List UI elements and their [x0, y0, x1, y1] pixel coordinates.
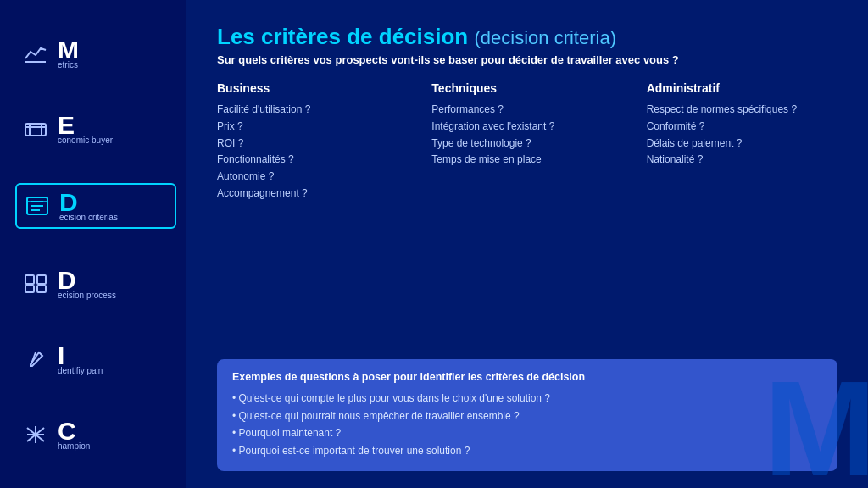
- col-item-tech-4: Temps de mise en place: [431, 152, 622, 169]
- svg-rect-11: [37, 275, 46, 284]
- examples-box: Exemples de questions à poser pour ident…: [217, 359, 837, 471]
- chart-icon: [22, 42, 49, 65]
- svg-rect-12: [25, 286, 34, 292]
- sidebar-label-metrics: etrics: [58, 61, 78, 69]
- column-administratif: Administratif Respect de normes spécifiq…: [647, 81, 837, 202]
- page-title-paren: (decision criteria): [474, 27, 616, 48]
- dollar-icon: [22, 117, 49, 141]
- sidebar-item-decision-criterias[interactable]: D ecision criterias: [15, 183, 176, 229]
- pencil-icon: [22, 347, 49, 371]
- sidebar-item-champion[interactable]: C hampion: [15, 413, 176, 456]
- sidebar-item-economic-buyer[interactable]: E conomic buyer: [15, 108, 176, 150]
- sidebar-letter-decision-criterias: D: [59, 190, 78, 215]
- sidebar-item-decision-process[interactable]: D ecision process: [15, 263, 176, 305]
- col-item-business-4: Fonctionnalités ?: [217, 152, 408, 169]
- column-business: Business Facilité d'utilisation ? Prix ?…: [217, 81, 408, 202]
- col-title-techniques: Techniques: [431, 81, 622, 95]
- list-icon: [24, 194, 51, 218]
- column-techniques: Techniques Performances ? Intégration av…: [431, 81, 622, 202]
- sidebar-label-economic: conomic buyer: [58, 136, 113, 145]
- col-item-tech-1: Performances ?: [431, 102, 622, 119]
- page-subtitle: Sur quels critères vos prospects vont-il…: [217, 53, 837, 66]
- sidebar-letter-economic: E: [58, 113, 75, 138]
- examples-box-item-1: • Qu'est-ce qui compte le plus pour vous…: [232, 390, 822, 407]
- grid-icon: [22, 272, 49, 296]
- sidebar-label-champion: hampion: [58, 442, 90, 451]
- sidebar: M etrics E conomic buyer: [0, 0, 186, 488]
- sidebar-letter-identify: I: [58, 343, 64, 369]
- svg-rect-10: [25, 275, 34, 284]
- criteria-columns: Business Facilité d'utilisation ? Prix ?…: [217, 81, 837, 202]
- sidebar-letter-champion: C: [58, 419, 76, 444]
- svg-rect-9: [27, 197, 47, 202]
- col-title-business: Business: [217, 81, 408, 95]
- examples-box-item-2: • Qu'est-ce qui pourrait nous empêcher d…: [232, 408, 822, 424]
- sidebar-item-metrics[interactable]: M etrics: [15, 32, 176, 75]
- sidebar-label-identify: dentifiy pain: [58, 367, 103, 375]
- col-item-admin-2: Conformité ?: [647, 119, 837, 136]
- sidebar-item-identify-pain[interactable]: I dentifiy pain: [15, 338, 176, 380]
- col-item-admin-4: Nationalité ?: [647, 152, 837, 169]
- col-item-business-6: Accompagnement ?: [217, 186, 408, 202]
- col-item-business-2: Prix ?: [217, 119, 408, 136]
- col-item-business-5: Autonomie ?: [217, 169, 408, 186]
- svg-rect-13: [37, 286, 46, 292]
- sidebar-letter-metrics: M: [58, 37, 79, 63]
- page-title-text: Les critères de décision: [217, 24, 468, 49]
- examples-box-item-3: • Pourquoi maintenant ?: [232, 424, 822, 441]
- col-title-admin: Administratif: [647, 81, 837, 95]
- main-content: Les critères de décision (decision crite…: [186, 0, 868, 488]
- examples-box-item-4: • Pourquoi est-ce important de trouver u…: [232, 442, 822, 459]
- col-item-tech-3: Type de technologie ?: [431, 136, 622, 152]
- col-item-admin-1: Respect de normes spécifiques ?: [647, 102, 837, 119]
- sidebar-label-decision-process: ecision process: [58, 291, 116, 300]
- col-item-tech-2: Intégration avec l'existant ?: [431, 119, 622, 136]
- cross-icon: [22, 423, 49, 446]
- sidebar-letter-decision-process: D: [58, 268, 76, 293]
- col-item-business-3: ROI ?: [217, 136, 408, 152]
- svg-rect-1: [25, 124, 46, 136]
- page-title: Les critères de décision (decision crite…: [217, 24, 837, 50]
- col-item-admin-3: Délais de paiement ?: [647, 136, 837, 152]
- examples-box-title: Exemples de questions à poser pour ident…: [232, 371, 822, 383]
- col-item-business-1: Facilité d'utilisation ?: [217, 102, 408, 119]
- sidebar-label-decision-criterias: ecision criterias: [59, 214, 118, 222]
